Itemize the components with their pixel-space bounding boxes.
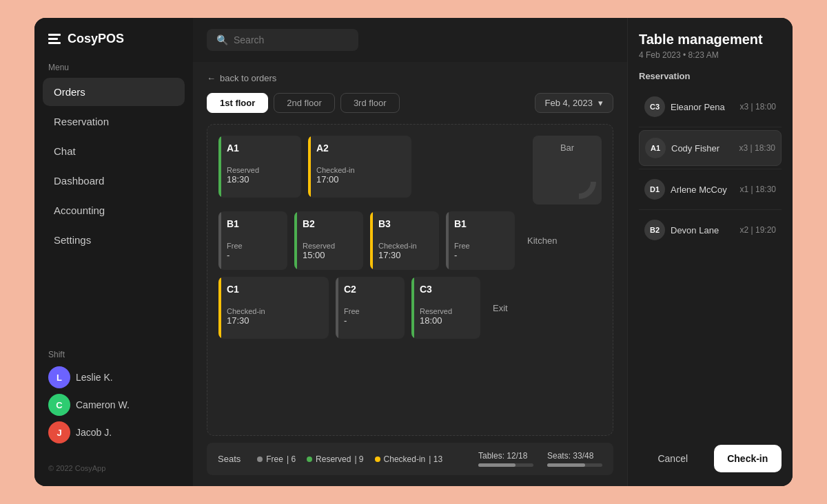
table-C2[interactable]: C2 Free - <box>336 277 405 339</box>
tables-progress-fill <box>478 463 515 467</box>
divider-3 <box>639 209 782 210</box>
reservation-devon[interactable]: B2 Devon Lane x2 | 19:20 <box>639 213 782 247</box>
reservation-eleanor[interactable]: C3 Eleanor Pena x3 | 18:00 <box>639 90 782 124</box>
legend-free-label: Free <box>266 454 283 464</box>
menu-icon <box>48 34 61 44</box>
search-box[interactable]: 🔍 <box>207 29 358 51</box>
table-B1b-time: - <box>454 250 507 260</box>
tables-stat-label: Tables: 12/18 <box>478 451 533 461</box>
sidebar-item-chat[interactable]: Chat <box>43 137 185 165</box>
table-B2[interactable]: B2 Reserved 15:00 <box>294 211 363 270</box>
sidebar-item-dashboard[interactable]: Dashboard <box>43 167 185 195</box>
legend-dot-checkedin <box>375 456 380 462</box>
table-B1b-status: Free <box>454 242 507 250</box>
sidebar: CosyPOS Menu Orders Reservation Chat Das… <box>34 18 193 486</box>
table-B3[interactable]: B3 Checked-in 17:30 <box>370 211 439 270</box>
name-cody: Cody Fisher <box>671 143 734 154</box>
bar-curve-decoration <box>562 165 596 199</box>
bar-area: Bar <box>533 136 602 204</box>
staff-leslie[interactable]: L Leslie K. <box>48 366 179 388</box>
main-content: 🔍 ← back to orders 1st floor 2nd floor 3… <box>193 18 627 486</box>
table-B3-name: B3 <box>378 218 431 229</box>
floor-tab-1[interactable]: 1st floor <box>207 93 268 113</box>
table-C3-name: C3 <box>420 284 472 295</box>
app-container: CosyPOS Menu Orders Reservation Chat Das… <box>34 18 793 486</box>
floor-tab-3[interactable]: 3rd floor <box>340 93 400 113</box>
info-cody: x3 | 18:30 <box>739 143 776 153</box>
floor-tab-2[interactable]: 2nd floor <box>274 93 335 113</box>
back-label: back to orders <box>220 73 276 83</box>
sidebar-item-reservation[interactable]: Reservation <box>43 107 185 136</box>
table-A2[interactable]: A2 Checked-in 17:00 <box>308 136 411 198</box>
table-B1a-name: B1 <box>227 218 279 229</box>
table-B1a[interactable]: B1 Free - <box>218 211 287 270</box>
copyright: © 2022 CosyApp <box>34 456 193 472</box>
top-bar: 🔍 <box>193 18 627 62</box>
table-A1[interactable]: A1 Reserved 18:30 <box>218 136 301 198</box>
staff-jacob[interactable]: J Jacob J. <box>48 421 179 443</box>
legend-dot-reserved <box>307 456 312 462</box>
tables-progress <box>478 463 533 467</box>
chevron-down-icon: ▾ <box>598 98 603 108</box>
table-C2-name: C2 <box>344 284 396 295</box>
table-A1-status: Reserved <box>227 166 293 174</box>
avatar-cody: A1 <box>645 138 666 158</box>
table-B1b[interactable]: B1 Free - <box>446 211 515 270</box>
search-icon: 🔍 <box>216 34 228 45</box>
table-B2-status: Reserved <box>303 242 355 250</box>
divider-1 <box>639 127 782 127</box>
table-C1[interactable]: C1 Checked-in 17:30 <box>218 277 329 339</box>
table-C3-status: Reserved <box>420 307 472 315</box>
reservation-list: C3 Eleanor Pena x3 | 18:00 A1 Cody Fishe… <box>639 90 782 431</box>
staff-cameron[interactable]: C Cameron W. <box>48 394 179 416</box>
sidebar-item-accounting[interactable]: Accounting <box>43 196 185 224</box>
checkin-button[interactable]: Check-in <box>714 445 782 472</box>
table-C1-status: Checked-in <box>227 307 320 315</box>
cancel-button[interactable]: Cancel <box>639 445 707 472</box>
legend-checkedin-label: Checked-in <box>384 454 426 464</box>
name-arlene: Arlene McCoy <box>671 185 735 195</box>
table-B1b-name: B1 <box>454 218 507 229</box>
staff-name-cameron: Cameron W. <box>76 399 130 410</box>
table-A2-status: Checked-in <box>316 166 403 174</box>
table-C3-time: 18:00 <box>420 315 472 326</box>
bar-label: Bar <box>560 143 574 153</box>
date-picker[interactable]: Feb 4, 2023 ▾ <box>535 93 613 113</box>
search-input[interactable] <box>234 34 349 45</box>
sidebar-bottom: Shift L Leslie K. C Cameron W. J Jacob J… <box>34 350 193 456</box>
logo-text: CosyPOS <box>68 32 124 46</box>
info-devon: x2 | 19:20 <box>740 225 777 235</box>
panel-actions: Cancel Check-in <box>639 445 782 472</box>
content-area: ← back to orders 1st floor 2nd floor 3rd… <box>193 62 627 486</box>
table-B2-name: B2 <box>303 218 355 229</box>
name-devon: Devon Lane <box>671 225 735 235</box>
avatar-arlene: D1 <box>644 179 665 200</box>
avatar-eleanor: C3 <box>644 96 665 117</box>
sidebar-item-orders[interactable]: Orders <box>43 78 185 106</box>
floor-tabs: 1st floor 2nd floor 3rd floor Feb 4, 202… <box>207 93 613 113</box>
table-C3[interactable]: C3 Reserved 18:00 <box>411 277 480 339</box>
legend-title: Seats <box>218 454 241 464</box>
reservation-arlene[interactable]: D1 Arlene McCoy x1 | 18:30 <box>639 172 782 207</box>
legend-bar: Seats Free | 6 Reserved | 9 Checked-i <box>207 443 613 475</box>
info-eleanor: x3 | 18:00 <box>740 102 777 112</box>
legend-checkedin-count: | 13 <box>429 454 442 464</box>
staff-name-leslie: Leslie K. <box>76 372 113 383</box>
table-B1a-status: Free <box>227 242 279 250</box>
sidebar-item-settings[interactable]: Settings <box>43 226 185 254</box>
avatar-devon: B2 <box>644 220 665 240</box>
seats-stat: Seats: 33/48 <box>547 451 602 467</box>
avatar-leslie: L <box>48 366 70 388</box>
tables-stat: Tables: 12/18 <box>478 451 533 467</box>
logo-area: CosyPOS <box>34 32 193 63</box>
floor-map: A1 Reserved 18:30 A2 Checked-in 17:00 Ba… <box>207 124 613 436</box>
reservation-cody[interactable]: A1 Cody Fisher x3 | 18:30 <box>639 130 782 166</box>
legend-items: Free | 6 Reserved | 9 Checked-in | 13 <box>257 454 442 464</box>
exit-label: Exit <box>493 303 508 313</box>
panel-section-title: Reservation <box>639 71 782 81</box>
back-link[interactable]: ← back to orders <box>207 73 613 83</box>
divider-2 <box>639 169 782 169</box>
legend-checkedin: Checked-in | 13 <box>375 454 443 464</box>
stats-section: Tables: 12/18 Seats: 33/48 <box>478 451 602 467</box>
table-C1-name: C1 <box>227 284 320 295</box>
